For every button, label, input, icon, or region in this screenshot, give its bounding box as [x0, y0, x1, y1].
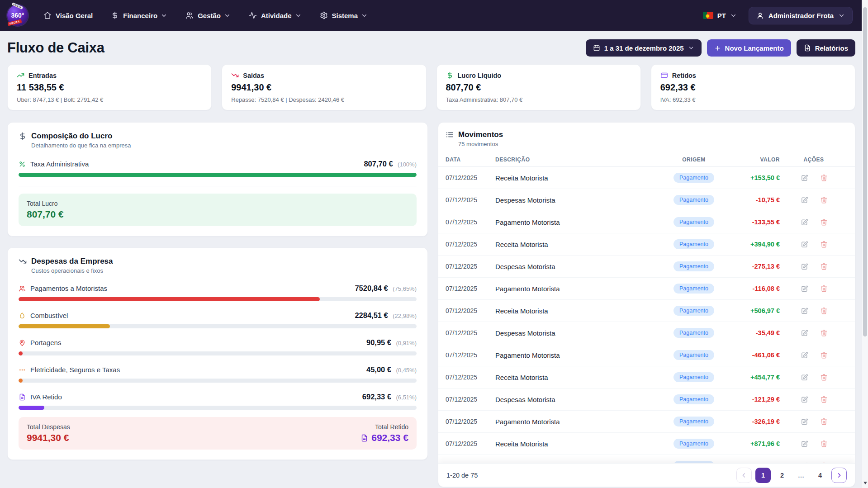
delete-button[interactable] [820, 418, 828, 426]
delete-button[interactable] [820, 351, 828, 359]
delete-button[interactable] [820, 174, 828, 182]
movement-value: -10,75 € [728, 196, 780, 204]
dollar-icon [111, 11, 119, 19]
nav-menu-item[interactable]: Financeiro [111, 11, 167, 19]
edit-button[interactable] [801, 263, 808, 270]
delete-button[interactable] [820, 218, 828, 226]
edit-button[interactable] [801, 218, 808, 226]
delete-button[interactable] [820, 196, 828, 204]
edit-icon [801, 174, 808, 182]
profit-composition-panel: Composição do Lucro Detalhamento do que … [7, 122, 428, 237]
edit-icon [801, 329, 808, 337]
edit-button[interactable] [801, 307, 808, 315]
page-button[interactable]: 1 [755, 468, 771, 483]
summary-card-label: Saídas [243, 72, 264, 79]
scroll-down-arrow-icon[interactable] [863, 482, 867, 484]
trash-icon [820, 218, 828, 226]
edit-icon [801, 374, 808, 381]
movement-description: Pagamento Motorista [495, 285, 660, 293]
edit-icon [801, 440, 808, 448]
page-button[interactable]: 2 [774, 468, 790, 483]
movement-description: Pagamento Motorista [495, 218, 660, 226]
scrollbar-thumb[interactable] [863, 7, 867, 336]
expenses-panel-title: Despesas da Empresa [31, 257, 113, 266]
nav-menu-label: Atividade [261, 12, 292, 19]
delete-button[interactable] [820, 285, 828, 293]
summary-card: Entradas 11 538,55 € Uber: 8747,13 € | B… [7, 64, 212, 110]
chevron-left-icon [740, 472, 748, 479]
trash-icon [820, 374, 828, 381]
edit-button[interactable] [801, 418, 808, 426]
delete-button[interactable] [820, 374, 828, 381]
total-expenses: Total Despesas 9941,30 € [27, 423, 70, 443]
expense-row-label: Portagens [30, 339, 362, 346]
nav-menu-label: Sistema [332, 12, 358, 19]
movements-title: Movimentos [458, 130, 503, 139]
edit-button[interactable] [801, 196, 808, 204]
dollar-icon [19, 132, 27, 140]
edit-icon [801, 396, 808, 403]
movement-date: 07/12/2025 [446, 440, 495, 447]
trash-icon [820, 263, 828, 270]
trash-icon [820, 174, 828, 182]
divider [19, 186, 417, 186]
new-entry-button[interactable]: Novo Lançamento [707, 39, 791, 57]
profit-row: Taxa Administrativa 807,70 € (100%) [19, 160, 417, 177]
edit-button[interactable] [801, 440, 808, 448]
user-menu-button[interactable]: Administrador Frota [749, 7, 853, 24]
expense-row-value: 45,00 € [366, 365, 391, 374]
nav-menu-item[interactable]: Visão Geral [43, 11, 93, 19]
percent-icon [19, 161, 26, 168]
logo-360[interactable]: FROTA 360° FROTA [7, 5, 28, 26]
delete-button[interactable] [820, 307, 828, 315]
profit-panel-title: Composição do Lucro [31, 132, 112, 141]
movement-date: 07/12/2025 [446, 196, 495, 204]
delete-button[interactable] [820, 440, 828, 448]
reports-button[interactable]: Relatórios [797, 39, 855, 57]
nav-menu-item[interactable]: Sistema [320, 11, 368, 19]
origin-badge: Pagamento [674, 328, 714, 338]
next-page-button[interactable] [831, 468, 847, 483]
edit-button[interactable] [801, 351, 808, 359]
edit-button[interactable] [801, 241, 808, 248]
movement-date: 07/12/2025 [446, 241, 495, 248]
edit-button[interactable] [801, 396, 808, 403]
edit-button[interactable] [801, 285, 808, 293]
trash-icon [820, 329, 828, 337]
movement-description: Despesas Motorista [495, 329, 660, 337]
file-icon [360, 434, 368, 442]
dollar-icon [446, 71, 454, 79]
movement-date: 07/12/2025 [446, 307, 495, 314]
delete-button[interactable] [820, 329, 828, 337]
user-icon [756, 12, 764, 19]
summary-card-value: 11 538,55 € [17, 82, 202, 93]
edit-button[interactable] [801, 329, 808, 337]
movement-description: Receita Motorista [495, 307, 660, 315]
delete-button[interactable] [820, 396, 828, 403]
movement-row: 07/12/2025 Receita Motorista Pagamento +… [438, 366, 855, 389]
chevron-down-icon [688, 45, 694, 51]
edit-icon [801, 285, 808, 293]
map-pin-icon [19, 339, 26, 346]
total-expenses-label: Total Despesas [27, 423, 70, 431]
edit-button[interactable] [801, 374, 808, 381]
total-retained-label: Total Retido [360, 423, 408, 431]
movement-description: Pagamento Motorista [495, 418, 660, 426]
expense-row-label: IVA Retido [30, 393, 358, 401]
movement-description: Receita Motorista [495, 374, 660, 381]
movement-value: -121,29 € [728, 396, 780, 403]
date-range-button[interactable]: 1 a 31 de dezembro 2025 [586, 39, 702, 57]
page-title: Fluxo de Caixa [7, 40, 104, 56]
page-scrollbar[interactable] [862, 0, 868, 488]
origin-badge: Pagamento [674, 417, 714, 426]
gear-icon [320, 11, 328, 19]
page-button[interactable]: 4 [812, 468, 828, 483]
language-selector[interactable]: PT [703, 12, 737, 19]
delete-button[interactable] [820, 263, 828, 270]
expense-row-percent: (6,51%) [396, 394, 417, 401]
previous-page-button[interactable] [736, 468, 752, 483]
nav-menu-item[interactable]: Atividade [249, 11, 302, 19]
nav-menu-item[interactable]: Gestão [185, 11, 231, 19]
edit-button[interactable] [801, 174, 808, 182]
delete-button[interactable] [820, 241, 828, 248]
